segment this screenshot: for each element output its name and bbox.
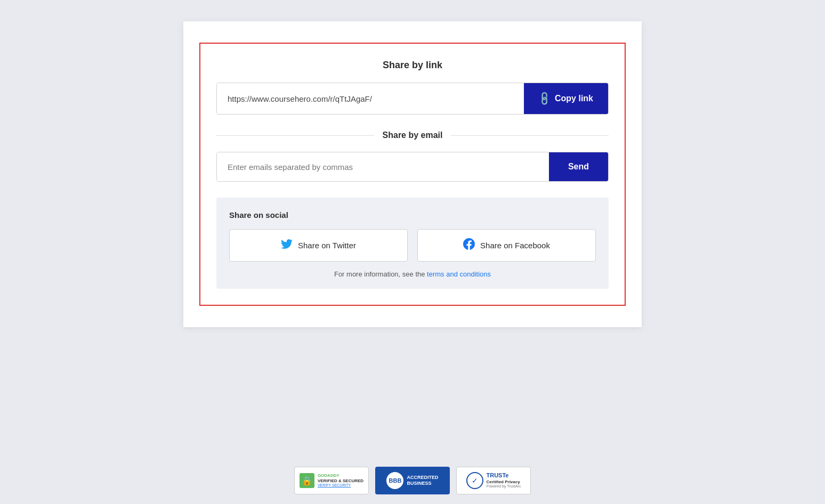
share-by-email-title: Share by email	[383, 131, 443, 140]
bbb-badge: BBB ACCREDITED BUSINESS	[375, 467, 450, 494]
copy-link-button[interactable]: 🔗 Copy link	[524, 83, 608, 114]
divider-left	[216, 135, 374, 136]
social-buttons: Share on Twitter Share on Facebook	[229, 229, 596, 262]
twitter-icon	[281, 238, 293, 253]
terms-text: For more information, see the terms and …	[229, 270, 596, 278]
godaddy-line2: VERIFIED & SECURED	[318, 478, 363, 484]
social-section: Share on social Share on Twitter	[216, 198, 609, 289]
lock-icon: 🔒	[300, 473, 314, 488]
terms-prefix: For more information, see the	[334, 270, 427, 278]
truste-badge: ✓ TRUSTe Certified Privacy Powered by Tr…	[456, 467, 531, 494]
page-wrapper: Share by link 🔗 Copy link Share by email…	[0, 0, 825, 504]
truste-line2: Certified Privacy	[487, 479, 521, 485]
share-by-link-title: Share by link	[216, 60, 609, 71]
godaddy-line3: VERIFY SECURITY	[318, 483, 363, 487]
bbb-line3: BUSINESS	[407, 481, 438, 486]
share-dialog: Share by link 🔗 Copy link Share by email…	[199, 43, 626, 306]
terms-link[interactable]: terms and conditions	[427, 270, 491, 278]
truste-line3: Powered by TrustArc	[487, 484, 521, 489]
godaddy-line1: GODADDY	[318, 473, 363, 478]
bbb-line2: ACCREDITED	[407, 475, 438, 481]
facebook-icon	[463, 238, 475, 253]
bbb-label: BBB	[389, 477, 402, 484]
email-row: Send	[216, 152, 609, 182]
footer: 🔒 GODADDY VERIFIED & SECURED VERIFY SECU…	[0, 457, 825, 504]
godaddy-badge: 🔒 GODADDY VERIFIED & SECURED VERIFY SECU…	[294, 467, 369, 494]
social-title: Share on social	[229, 210, 596, 220]
facebook-label: Share on Facebook	[480, 241, 550, 250]
email-input[interactable]	[217, 152, 549, 181]
twitter-share-button[interactable]: Share on Twitter	[229, 229, 408, 262]
main-card: Share by link 🔗 Copy link Share by email…	[183, 21, 642, 327]
facebook-share-button[interactable]: Share on Facebook	[417, 229, 596, 262]
send-button[interactable]: Send	[549, 152, 608, 181]
email-divider-row: Share by email	[216, 131, 609, 140]
link-icon: 🔗	[536, 90, 553, 107]
divider-right	[451, 135, 609, 136]
send-label: Send	[568, 162, 589, 171]
link-input[interactable]	[217, 83, 524, 114]
bbb-circle: BBB	[386, 472, 403, 489]
truste-line1: TRUSTe	[487, 472, 521, 479]
link-row: 🔗 Copy link	[216, 83, 609, 115]
twitter-label: Share on Twitter	[298, 241, 356, 250]
copy-link-label: Copy link	[555, 94, 593, 103]
truste-circle: ✓	[466, 472, 483, 489]
